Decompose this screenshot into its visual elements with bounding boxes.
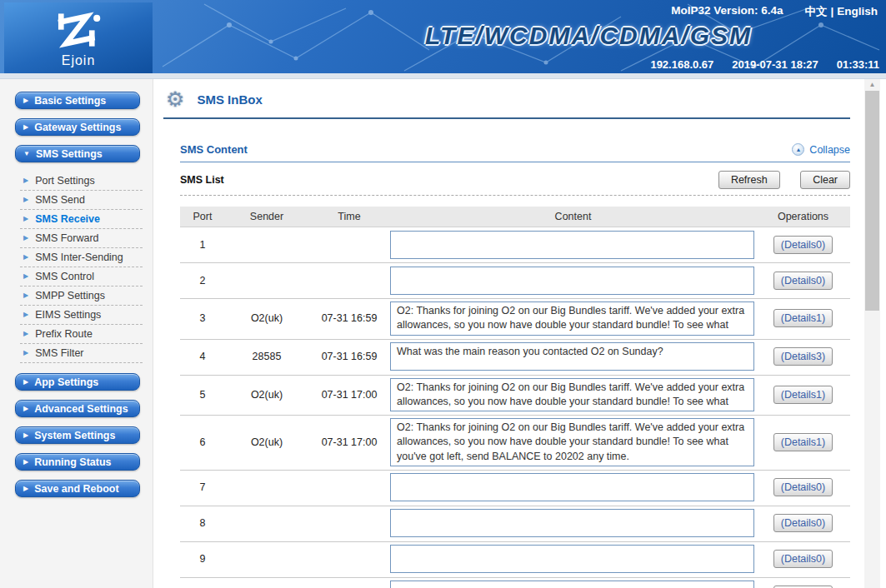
sidebar-group-sms-settings[interactable]: ▼ SMS Settings [15, 145, 140, 162]
chevron-right-icon: ▶ [23, 97, 28, 104]
language-switcher: 中文|English [804, 4, 878, 19]
sidebar-item-smpp-settings[interactable]: ▶ SMPP Settings [20, 287, 143, 306]
sidebar-item-label: SMS Forward [35, 232, 98, 244]
sidebar-group-label: Advanced Settings [34, 403, 128, 415]
chevron-right-icon: ▶ [23, 486, 28, 492]
sidebar-group-save-and-reboot[interactable]: ▶ Save and Reboot [15, 480, 140, 497]
scrollbar-up-arrow-icon[interactable]: ▲ [864, 79, 880, 90]
title-divider [163, 117, 850, 119]
vertical-scrollbar[interactable]: ▲ [864, 79, 880, 588]
sidebar-item-sms-inter-sending[interactable]: ▶ SMS Inter-Sending [20, 248, 143, 267]
sms-settings-submenu: ▶ Port Settings ▶ SMS Send ▶ SMS Receive… [20, 172, 143, 363]
logo-text: Ejoin [62, 53, 96, 68]
details-button[interactable]: (Details0) [773, 550, 833, 568]
device-ip: 192.168.0.67 [650, 58, 713, 71]
sidebar-group-gateway-settings[interactable]: ▶ Gateway Settings [15, 118, 140, 136]
sidebar-group-running-status[interactable]: ▶ Running Status [15, 453, 140, 471]
sidebar-item-sms-receive[interactable]: ▶ SMS Receive [20, 210, 143, 229]
gear-icon: ⚙ [166, 89, 184, 110]
content-box: O2: Thanks for joining O2 on our Big Bun… [390, 301, 754, 336]
table-row: 7 (Details0) [180, 471, 850, 506]
main-content: ⚙ SMS InBox SMS Content ▲ Collapse SMS L… [153, 79, 886, 588]
content-box [390, 231, 754, 259]
port-cell: 4 [180, 351, 225, 362]
submenu-arrow-icon: ▶ [23, 331, 28, 337]
sidebar-group-basic-settings[interactable]: ▶ Basic Settings [15, 92, 140, 109]
chevron-right-icon: ▶ [23, 124, 28, 131]
sender-cell: O2(uk) [225, 389, 308, 401]
collapse-label: Collapse [809, 144, 850, 156]
sidebar-item-label: SMS Filter [35, 347, 83, 359]
sidebar-item-sms-send[interactable]: ▶ SMS Send [20, 191, 143, 210]
submenu-arrow-icon: ▶ [23, 197, 28, 203]
chevron-right-icon: ▶ [23, 432, 28, 439]
table-row: 8 (Details0) [180, 506, 850, 542]
content-box [390, 581, 754, 588]
content-box [390, 473, 754, 501]
sms-list-title: SMS List [180, 174, 224, 186]
port-cell: 5 [180, 389, 225, 401]
scrollbar-thumb[interactable] [865, 91, 879, 311]
sender-cell: O2(uk) [225, 312, 308, 324]
chevron-right-icon: ▶ [23, 379, 28, 386]
column-header-time: Time [308, 211, 390, 222]
submenu-arrow-icon: ▶ [23, 311, 28, 318]
sidebar-group-advanced-settings[interactable]: ▶ Advanced Settings [15, 400, 140, 417]
lang-english-link[interactable]: English [837, 5, 878, 17]
sidebar-item-eims-settings[interactable]: ▶ EIMS Settings [20, 306, 143, 325]
submenu-arrow-icon: ▶ [23, 350, 28, 356]
sidebar-group-label: Gateway Settings [34, 122, 121, 133]
sidebar-item-label: SMS Send [35, 194, 85, 206]
submenu-arrow-icon: ▶ [23, 235, 28, 242]
sidebar-group-label: System Settings [34, 430, 115, 441]
submenu-arrow-icon: ▶ [23, 292, 28, 299]
sidebar-item-sms-filter[interactable]: ▶ SMS Filter [20, 344, 143, 363]
details-button[interactable]: (Details1) [773, 309, 833, 327]
sidebar-item-label: SMS Control [35, 271, 94, 282]
header-divider-strip [0, 73, 886, 79]
refresh-button[interactable]: Refresh [718, 171, 780, 189]
column-header-sender: Sender [225, 211, 308, 222]
sidebar-item-label: Port Settings [35, 175, 95, 187]
details-button[interactable]: (Details1) [773, 433, 833, 451]
details-button[interactable]: (Details0) [773, 514, 833, 532]
details-button[interactable]: (Details1) [773, 386, 833, 404]
port-cell: 9 [180, 553, 225, 565]
details-button[interactable]: (Details0) [773, 272, 833, 290]
details-button[interactable]: (Details0) [773, 478, 833, 496]
time-cell: 07-31 17:00 [308, 436, 390, 448]
port-cell: 6 [180, 436, 225, 448]
sidebar-group-app-settings[interactable]: ▶ App Settings [15, 373, 140, 391]
banner-title: LTE/WCDMA/CDMA/GSM [425, 22, 752, 50]
sidebar-item-sms-control[interactable]: ▶ SMS Control [20, 267, 143, 287]
sidebar-item-port-settings[interactable]: ▶ Port Settings [20, 172, 143, 191]
version-label: MoIP32 Version: 6.4a [671, 4, 783, 19]
column-header-operations: Operations [756, 211, 850, 222]
port-cell: 2 [180, 275, 225, 287]
table-row: 3 O2(uk) 07-31 16:59 O2: Thanks for join… [180, 299, 850, 340]
chevron-down-icon: ▼ [23, 151, 30, 157]
clear-button[interactable]: Clear [800, 171, 850, 189]
section-title: SMS Content [180, 143, 248, 156]
sidebar-group-label: App Settings [34, 376, 98, 388]
table-row: 10 (Details0) [180, 578, 850, 588]
content-box: O2: Thanks for joining O2 on our Big Bun… [390, 418, 754, 466]
table-row: 6 O2(uk) 07-31 17:00 O2: Thanks for join… [180, 416, 850, 471]
sidebar-item-prefix-route[interactable]: ▶ Prefix Route [20, 325, 143, 344]
chevron-right-icon: ▶ [23, 459, 28, 466]
sidebar-item-sms-forward[interactable]: ▶ SMS Forward [20, 229, 143, 248]
top-header: Ejoin MoIP32 Version: 6.4a 中文|English LT… [0, 0, 886, 73]
table-header: Port Sender Time Content Operations [180, 207, 850, 227]
sidebar-group-system-settings[interactable]: ▶ System Settings [15, 426, 140, 444]
table-row: 1 (Details0) [180, 227, 850, 263]
content-box [390, 267, 754, 295]
sidebar-group-label: Running Status [34, 456, 111, 468]
collapse-toggle[interactable]: ▲ Collapse [792, 143, 850, 156]
sidebar-group-label: Basic Settings [34, 95, 106, 107]
details-button[interactable]: (Details3) [773, 347, 833, 366]
table-row: 9 (Details0) [180, 542, 850, 578]
table-row: 5 O2(uk) 07-31 17:00 O2: Thanks for join… [180, 376, 850, 416]
details-button[interactable]: (Details0) [773, 236, 833, 254]
port-cell: 8 [180, 517, 225, 529]
lang-chinese-link[interactable]: 中文 [804, 5, 827, 17]
